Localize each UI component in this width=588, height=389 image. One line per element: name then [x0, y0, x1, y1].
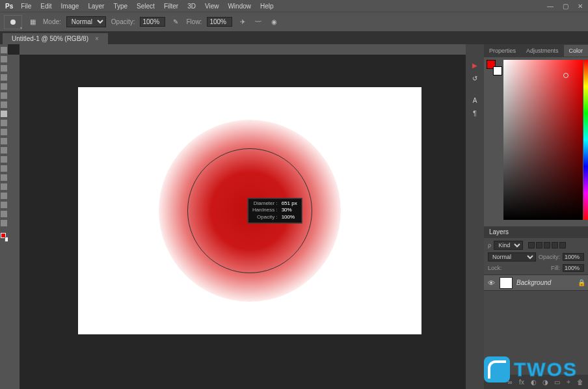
hue-slider[interactable]	[583, 60, 588, 220]
document-viewport[interactable]: Diameter : 651 px Hardness : 30% Opacity…	[20, 55, 466, 389]
fill-label: Fill:	[551, 265, 560, 271]
options-bar: ▾ ▦ Mode: Normal Opacity: ✎ Flow: ✈ 〰 ◉	[0, 12, 588, 31]
menu-3d[interactable]: 3D	[183, 1, 200, 11]
gradient-tool[interactable]	[1, 147, 7, 154]
menu-view[interactable]: View	[201, 1, 223, 11]
hud-diameter-value: 651 px	[282, 200, 299, 207]
panel-color-swatch[interactable]	[487, 60, 500, 73]
menu-file[interactable]: File	[17, 1, 35, 11]
app-logo: Ps	[3, 1, 16, 11]
brush-preset-picker[interactable]: ▾	[4, 15, 22, 29]
filter-adjust-icon[interactable]	[536, 242, 542, 248]
pressure-size-icon[interactable]: ◉	[269, 17, 279, 27]
hand-tool[interactable]	[1, 211, 7, 217]
filter-pixel-icon[interactable]	[528, 242, 535, 248]
filter-smart-icon[interactable]	[559, 242, 566, 248]
flow-label: Flow:	[186, 18, 202, 25]
play-icon[interactable]: ▶	[470, 60, 480, 70]
hud-hardness-label: Hardness :	[252, 208, 278, 214]
document-tab[interactable]: Untitled-1 @ 50% (RGB/8) ×	[3, 33, 108, 44]
color-swatch[interactable]	[1, 233, 7, 239]
maximize-button[interactable]: ▢	[560, 3, 571, 10]
opacity-input[interactable]	[140, 17, 165, 27]
layer-blend-select[interactable]: Normal	[488, 252, 536, 262]
eyedropper-tool[interactable]	[1, 92, 7, 99]
pen-tool[interactable]	[1, 174, 7, 181]
layer-name[interactable]: Background	[516, 279, 574, 286]
horizontal-ruler[interactable]	[20, 44, 466, 55]
workspace: Diameter : 651 px Hardness : 30% Opacity…	[0, 44, 588, 389]
layer-opacity-input[interactable]	[563, 253, 584, 261]
brush-hud: Diameter : 651 px Hardness : 30% Opacity…	[248, 198, 302, 223]
dodge-tool[interactable]	[1, 165, 7, 172]
canvas-area: Diameter : 651 px Hardness : 30% Opacity…	[8, 44, 466, 389]
right-panels: Properties Adjustments Color Layers ρ Ki…	[484, 44, 588, 389]
close-button[interactable]: ✕	[575, 3, 585, 10]
flow-input[interactable]	[207, 17, 232, 27]
window-controls: — ▢ ✕	[544, 3, 585, 10]
color-panel-tabs: Properties Adjustments Color	[484, 44, 588, 57]
menu-select[interactable]: Select	[133, 1, 159, 11]
vertical-ruler[interactable]	[8, 55, 20, 389]
menu-window[interactable]: Window	[224, 1, 255, 11]
layers-header[interactable]: Layers	[484, 226, 588, 238]
history-brush-tool[interactable]	[1, 129, 7, 135]
menu-filter[interactable]: Filter	[160, 1, 182, 11]
layer-fill-input[interactable]	[563, 264, 584, 272]
hud-opacity-label: Opacity :	[252, 214, 278, 221]
wand-tool[interactable]	[1, 74, 7, 81]
menu-type[interactable]: Type	[109, 1, 131, 11]
menu-image[interactable]: Image	[57, 1, 83, 11]
path-tool[interactable]	[1, 193, 7, 199]
pressure-opacity-icon[interactable]: ✎	[170, 17, 181, 27]
character-icon[interactable]: A	[470, 95, 480, 105]
chevron-down-icon: ▾	[20, 25, 22, 30]
tab-properties[interactable]: Properties	[484, 45, 521, 57]
menu-edit[interactable]: Edit	[36, 1, 55, 11]
close-tab-icon[interactable]: ×	[95, 35, 99, 42]
move-tool[interactable]	[1, 47, 7, 53]
visibility-icon[interactable]: 👁	[487, 279, 496, 287]
stamp-tool[interactable]	[1, 120, 7, 126]
airbrush-icon[interactable]: ✈	[237, 17, 248, 27]
panel-background-swatch	[493, 66, 502, 75]
layer-row[interactable]: 👁 Background 🔒	[484, 275, 588, 291]
tab-color[interactable]: Color	[564, 45, 588, 57]
document-tab-bar: Untitled-1 @ 50% (RGB/8) ×	[0, 31, 588, 44]
brush-tool[interactable]	[1, 111, 7, 117]
layer-filter-icons	[528, 242, 566, 248]
color-picker-cursor	[563, 73, 568, 78]
blur-tool[interactable]	[1, 156, 7, 163]
shape-tool[interactable]	[1, 202, 7, 208]
zoom-tool[interactable]	[1, 220, 7, 226]
document-tab-title: Untitled-1 @ 50% (RGB/8)	[12, 35, 88, 42]
hud-opacity-value: 100%	[282, 214, 299, 221]
tab-adjustments[interactable]: Adjustments	[521, 45, 564, 57]
layer-thumbnail[interactable]	[500, 277, 513, 289]
eraser-tool[interactable]	[1, 138, 7, 144]
marquee-tool[interactable]	[1, 56, 7, 62]
type-tool[interactable]	[1, 183, 7, 190]
paragraph-icon[interactable]: ¶	[470, 108, 480, 118]
crop-tool[interactable]	[1, 83, 7, 90]
minimize-button[interactable]: —	[544, 3, 556, 10]
watermark-text: TWOS	[514, 358, 578, 381]
hud-diameter-label: Diameter :	[252, 200, 278, 207]
layer-kind-select[interactable]: Kind	[494, 241, 523, 250]
menu-help[interactable]: Help	[256, 1, 278, 11]
blend-mode-select[interactable]: Normal	[66, 16, 106, 27]
filter-shape-icon[interactable]	[552, 242, 558, 248]
toolbox	[0, 44, 8, 389]
brush-panel-icon[interactable]: ▦	[27, 17, 38, 27]
filter-type-icon[interactable]	[544, 242, 550, 248]
menu-layer[interactable]: Layer	[84, 1, 108, 11]
color-field[interactable]	[503, 60, 583, 220]
lasso-tool[interactable]	[1, 65, 7, 72]
opacity-label: Opacity:	[111, 18, 135, 25]
heal-tool[interactable]	[1, 101, 7, 108]
layer-kind-label: ρ	[488, 242, 491, 248]
history-icon[interactable]: ↺	[470, 73, 480, 83]
canvas[interactable]: Diameter : 651 px Hardness : 30% Opacity…	[78, 87, 421, 334]
brush-icon	[10, 20, 16, 25]
smoothing-icon[interactable]: 〰	[253, 17, 263, 27]
